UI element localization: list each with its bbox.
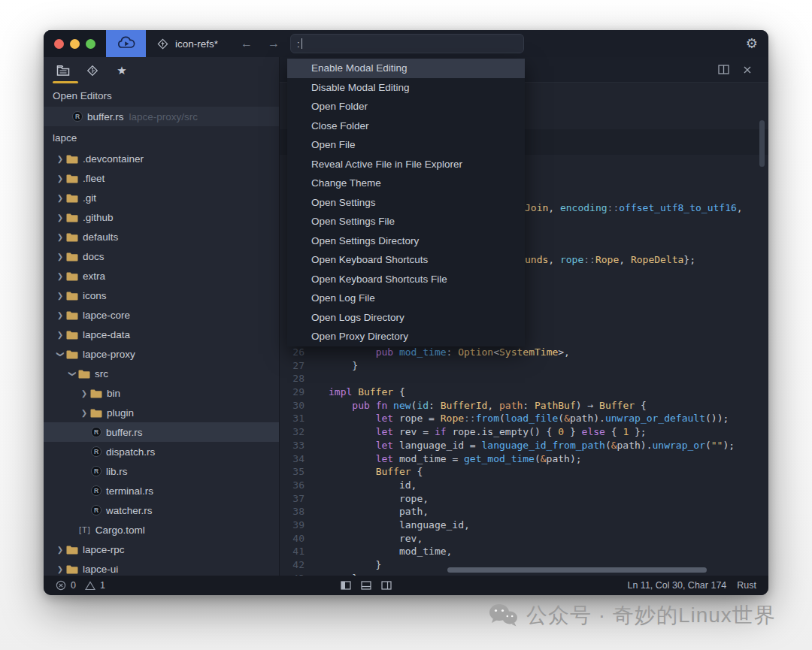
close-editor-icon[interactable]: [743, 65, 752, 74]
code-line-35[interactable]: 35 Buffer {: [280, 465, 768, 479]
tree-folder-extra[interactable]: ❯ extra: [44, 266, 279, 286]
palette-menu-item[interactable]: Enable Modal Editing: [287, 59, 525, 78]
code-block: 26 pub mod_time: Option<SystemTime>,27 }…: [280, 346, 768, 576]
code-line-27[interactable]: 27 }: [280, 359, 768, 373]
clipped-code-line: Join, encoding::offset_utf8_to_utf16,: [525, 201, 743, 215]
tree-folder-docs[interactable]: ❯ docs: [44, 246, 279, 266]
code-line-28[interactable]: 28: [280, 372, 768, 385]
palette-menu-item[interactable]: Open Settings File: [287, 212, 525, 231]
chevron-right-icon: ❯: [54, 311, 66, 319]
folder-icon: [66, 154, 78, 164]
tree-folder-lapce-data[interactable]: ❯ lapce-data: [44, 325, 279, 344]
forward-button[interactable]: →: [268, 37, 280, 50]
code-line-30[interactable]: 30 pub fn new(id: BufferId, path: PathBu…: [280, 399, 768, 413]
vertical-scrollbar[interactable]: [759, 120, 765, 167]
palette-input-value: :: [297, 38, 300, 50]
file-tree: Open EditorsRbuffer.rslapce-proxy/srclap…: [44, 84, 279, 576]
tree-file-terminal.rs[interactable]: Rterminal.rs: [44, 481, 279, 500]
code-line-40[interactable]: 40 rev,: [280, 532, 768, 546]
chevron-right-icon: ❯: [54, 233, 66, 241]
tree-item-label: lapce-core: [83, 310, 130, 321]
code-line-31[interactable]: 31 let rope = Rope::from(load_file(&path…: [280, 412, 768, 425]
tree-folder-defaults[interactable]: ❯ defaults: [44, 227, 279, 246]
code-line-33[interactable]: 33 let language_id = language_id_from_pa…: [280, 439, 768, 452]
back-button[interactable]: ←: [241, 37, 253, 50]
tree-folder-lapce-rpc[interactable]: ❯ lapce-rpc: [44, 540, 279, 559]
tree-folder-icons[interactable]: ❯ icons: [44, 286, 279, 305]
palette-menu-item[interactable]: Open Keyboard Shortcuts File: [287, 270, 525, 289]
tree-file-watcher.rs[interactable]: Rwatcher.rs: [44, 500, 279, 520]
tree-folder-.fleet[interactable]: ❯ .fleet: [44, 168, 279, 188]
language-mode[interactable]: Rust: [737, 580, 756, 591]
chevron-right-icon: ❯: [54, 331, 66, 339]
warnings-icon: [85, 581, 95, 591]
tree-file-dispatch.rs[interactable]: Rdispatch.rs: [44, 442, 279, 461]
plugins-tab[interactable]: ★: [114, 59, 129, 82]
tree-file-buffer.rs[interactable]: Rbuffer.rslapce-proxy/src: [44, 107, 279, 126]
palette-menu-item[interactable]: Open Logs Directory: [287, 308, 525, 328]
tree-folder-src[interactable]: ❯ src: [44, 364, 279, 383]
minimize-window-button[interactable]: [70, 39, 80, 49]
tree-folder-.github[interactable]: ❯ .github: [44, 207, 279, 227]
editor-tab-icon-refs[interactable]: icon-refs*: [146, 30, 230, 57]
tree-item-label: watcher.rs: [106, 505, 153, 516]
code-line-41[interactable]: 41 mod_time,: [280, 545, 768, 558]
code-line-36[interactable]: 36 id,: [280, 479, 768, 492]
code-line-32[interactable]: 32 let rev = if rope.is_empty() { 0 } el…: [280, 425, 768, 439]
remote-connection-tab[interactable]: [106, 30, 146, 57]
code-line-38[interactable]: 38 path,: [280, 505, 768, 518]
tree-folder-lapce-ui[interactable]: ❯ lapce-ui: [44, 559, 279, 576]
tree-file-buffer.rs[interactable]: Rbuffer.rs: [44, 422, 279, 442]
folder-icon: [90, 408, 102, 418]
tree-folder-lapce-core[interactable]: ❯ lapce-core: [44, 305, 279, 325]
tree-item-label: icons: [83, 290, 107, 301]
tree-file-lib.rs[interactable]: Rlib.rs: [44, 461, 279, 481]
code-line-34[interactable]: 34 let mod_time = get_mod_time(&path);: [280, 452, 768, 466]
line-number: 32: [280, 425, 304, 439]
palette-menu-item[interactable]: Close Folder: [287, 116, 525, 136]
palette-menu-item[interactable]: Change Theme: [287, 174, 525, 193]
file-explorer-tab[interactable]: [56, 59, 71, 82]
toml-file-icon: [T]: [79, 525, 91, 534]
watermark: 公众号 · 奇妙的Linux世界: [487, 601, 776, 630]
code-line-37[interactable]: 37 rope,: [280, 492, 768, 506]
palette-menu-item[interactable]: Open Keyboard Shortcuts: [287, 250, 525, 270]
tree-item-label: Cargo.toml: [95, 525, 145, 536]
tree-folder-bin[interactable]: ❯ bin: [44, 383, 279, 403]
palette-menu-item[interactable]: Open Settings Directory: [287, 231, 525, 251]
palette-menu-item[interactable]: Reveal Active File in File Explorer: [287, 155, 525, 174]
command-palette-menu: Enable Modal EditingDisable Modal Editin…: [287, 59, 525, 346]
split-editor-icon[interactable]: [718, 65, 729, 74]
palette-menu-item[interactable]: Open File: [287, 135, 525, 155]
tree-folder-lapce-proxy[interactable]: ❯ lapce-proxy: [44, 344, 279, 364]
command-palette-input[interactable]: :: [290, 34, 524, 53]
tree-folder-.devcontainer[interactable]: ❯ .devcontainer: [44, 149, 279, 168]
palette-menu-item[interactable]: Open Proxy Directory: [287, 327, 525, 346]
code-line-26[interactable]: 26 pub mod_time: Option<SystemTime>,: [280, 346, 768, 359]
toggle-left-panel-icon[interactable]: [341, 581, 351, 590]
code-line-29[interactable]: 29impl Buffer {: [280, 385, 768, 399]
tree-item-label: lapce-data: [83, 329, 130, 340]
palette-menu-item[interactable]: Open Folder: [287, 97, 525, 116]
palette-menu-item[interactable]: Open Log File: [287, 289, 525, 308]
folder-icon: [66, 271, 78, 281]
tree-folder-plugin[interactable]: ❯ plugin: [44, 403, 279, 422]
source-control-tab[interactable]: [85, 59, 100, 82]
settings-gear-icon[interactable]: ⚙: [746, 37, 758, 50]
chevron-right-icon: ❯: [54, 174, 66, 183]
error-count[interactable]: 0: [71, 580, 76, 591]
zoom-window-button[interactable]: [86, 39, 95, 49]
tree-file-Cargo.toml[interactable]: [T]Cargo.toml: [44, 520, 279, 540]
code-line-39[interactable]: 39 language_id,: [280, 518, 768, 532]
window-controls: [44, 30, 106, 57]
palette-menu-item[interactable]: Open Settings: [287, 193, 525, 213]
tree-folder-.git[interactable]: ❯ .git: [44, 188, 279, 207]
palette-menu-item[interactable]: Disable Modal Editing: [287, 78, 525, 98]
toggle-right-panel-icon[interactable]: [381, 581, 392, 590]
horizontal-scrollbar[interactable]: [447, 567, 707, 573]
toggle-bottom-panel-icon[interactable]: [361, 581, 371, 590]
warning-count[interactable]: 1: [100, 580, 105, 591]
cursor-position[interactable]: Ln 11, Col 30, Char 174: [627, 580, 726, 591]
tree-item-label: dispatch.rs: [106, 446, 155, 458]
close-window-button[interactable]: [54, 39, 64, 49]
